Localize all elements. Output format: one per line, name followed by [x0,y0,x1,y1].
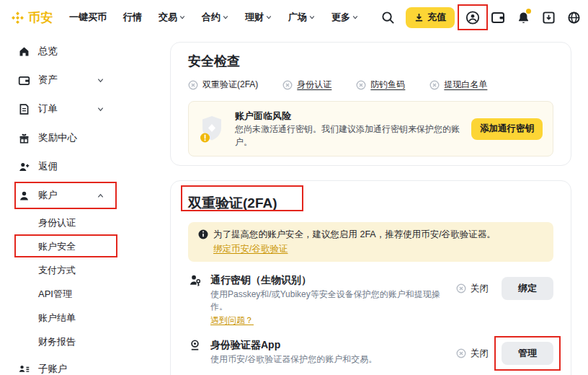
orders-file-icon [17,102,30,115]
notifications-bell-icon[interactable] [516,10,530,25]
menu-trade[interactable]: 交易 [159,11,185,24]
notification-dot [526,9,531,14]
chevron-up-icon [97,193,104,199]
passkey-desc: 使用Passkey和/或Yubikey等安全设备保护您的账户和提现操作。 [210,288,450,313]
risk-warning-title: 账户面临风险 [235,109,471,123]
sidebar-sub-label: 账户结单 [38,312,76,325]
status-off-icon [188,80,198,90]
chevron-down-icon [97,106,104,112]
menu-more[interactable]: 更多 [331,11,358,24]
sidebar-item-referral[interactable]: 返佣 [0,153,167,180]
info-icon [198,229,208,255]
profile-icon[interactable] [466,10,480,25]
main-menu: 一键买币 行情 交易 合约 理财 广场 更多 [69,11,358,24]
menu-buy-crypto[interactable]: 一键买币 [69,11,107,24]
logo-text: 币安 [28,9,53,26]
authenticator-desc: 使用币安/谷歌验证器保护您的账户和交易。 [210,353,450,366]
sidebar-item-assets[interactable]: 资产 [0,66,167,94]
binance-logo[interactable]: 币安 [10,9,53,26]
sidebar-sub-label: API管理 [38,288,72,301]
download-app-icon[interactable] [541,10,556,25]
subaccount-icon [17,363,30,375]
authenticator-title: 身份验证器App [210,338,450,352]
rewards-gift-icon [17,131,30,144]
twofa-item-passkey: 通行密钥（生物识别） 使用Passkey和/或Yubikey等安全设备保护您的账… [188,273,553,327]
security-check-row: 双重验证(2FA) 身份认证 防钓鱼码 提现白名单 [188,79,553,91]
menu-markets[interactable]: 行情 [123,11,142,24]
language-globe-icon[interactable] [566,10,581,25]
passkey-help-link[interactable]: 遇到问题？ [210,314,254,327]
search-icon[interactable] [380,10,395,25]
sidebar-item-overview[interactable]: 总览 [0,38,167,65]
risk-warning-banner: 账户面临风险 您尚未激活通行密钥。我们建议添加通行密钥来保护您的账户。 添加通行… [188,101,553,156]
passkey-title: 通行密钥（生物识别） [210,273,450,287]
sidebar-item-subaccount[interactable]: 子账户 [0,356,167,375]
account-person-icon [17,189,30,202]
security-check-card: 安全检查 双重验证(2FA) 身份认证 防钓鱼码 提现白名单 [170,42,571,166]
sidebar-item-rewards[interactable]: 奖励中心 [0,124,167,151]
wallet-icon[interactable] [491,10,505,25]
authenticator-app-icon [188,338,202,352]
sidebar-label: 账户 [38,189,58,202]
twofa-card: 双重验证(2FA) 为了提高您的账户安全，建议您启用 2FA，推荐使用币安/谷歌… [170,180,571,375]
sidebar-item-orders[interactable]: 订单 [0,95,167,123]
home-icon [17,45,30,58]
sidebar-label: 子账户 [38,363,68,375]
menu-futures[interactable]: 合约 [202,11,228,24]
security-check-title: 安全检查 [188,53,553,70]
menu-earn[interactable]: 理财 [245,11,272,24]
chevron-down-icon [179,14,185,20]
bind-authenticator-link[interactable]: 绑定币安/谷歌验证 [213,243,288,255]
sidebar-label: 订单 [38,102,58,115]
risk-warning-text: 账户面临风险 您尚未激活通行密钥。我们建议添加通行密钥来保护您的账户。 [235,109,471,149]
sidebar-label: 奖励中心 [38,131,77,144]
check-item-withdrawal-whitelist[interactable]: 提现白名单 [429,79,487,91]
sidebar-item-account-statement[interactable]: 账户结单 [0,306,167,330]
sidebar-sub-label: 财务报告 [38,335,76,348]
chevron-down-icon [97,77,104,84]
wallet-icon [17,74,30,87]
sidebar-item-account[interactable]: 账户 [0,182,167,209]
chevron-down-icon [266,14,272,20]
binance-logo-icon [10,10,25,25]
main-content: 安全检查 双重验证(2FA) 身份认证 防钓鱼码 提现白名单 [170,35,571,375]
chevron-down-icon [352,14,358,20]
sidebar-label: 总览 [38,45,58,58]
sidebar-item-identity-verification[interactable]: 身份认证 [0,211,167,234]
deposit-arrow-icon [414,13,424,22]
referral-person-plus-icon [17,160,30,173]
sidebar-label: 返佣 [38,160,58,173]
sidebar-item-payment-methods[interactable]: 支付方式 [0,258,167,282]
sidebar-sub-label: 身份认证 [38,216,76,229]
sidebar-sub-label: 账户安全 [38,240,76,253]
deposit-button[interactable]: 充值 [406,7,455,28]
sidebar-item-financial-reports[interactable]: 财务报告 [0,330,167,353]
shield-warning-icon [197,114,226,144]
check-item-antiphishing[interactable]: 防钓鱼码 [356,79,405,91]
passkey-bind-button[interactable]: 绑定 [502,277,553,300]
sidebar-item-account-security[interactable]: 账户安全 [0,234,167,258]
authenticator-manage-button[interactable]: 管理 [502,342,553,365]
status-off-icon [356,80,366,90]
sidebar: 总览 资产 订单 奖励中心 返佣 账户 [0,35,167,375]
status-off-icon [456,283,466,294]
chevron-down-icon [223,14,228,20]
sidebar-label: 资产 [38,74,58,87]
sidebar-sub-label: 支付方式 [38,264,76,277]
account-security-page: 币安 一键买币 行情 交易 合约 理财 广场 更多 [0,0,588,375]
menu-square[interactable]: 广场 [288,11,315,24]
twofa-notice-text: 为了提高您的账户安全，建议您启用 2FA，推荐使用币安/谷歌验证器。 [213,229,496,241]
sidebar-item-api-management[interactable]: API管理 [0,282,167,306]
status-off-icon [282,80,293,90]
authenticator-status: 关闭 [456,348,489,360]
twofa-notice: 为了提高您的账户安全，建议您启用 2FA，推荐使用币安/谷歌验证器。 绑定币安/… [188,222,553,262]
check-item-2fa[interactable]: 双重验证(2FA) [188,79,258,91]
deposit-label: 充值 [427,11,446,24]
check-item-identity[interactable]: 身份认证 [282,79,331,91]
status-off-icon [456,348,466,358]
add-passkey-button[interactable]: 添加通行密钥 [471,118,543,140]
passkey-biometric-icon [188,273,202,287]
status-off-icon [429,80,440,90]
chevron-down-icon [309,14,315,20]
twofa-title: 双重验证(2FA) [188,194,277,213]
